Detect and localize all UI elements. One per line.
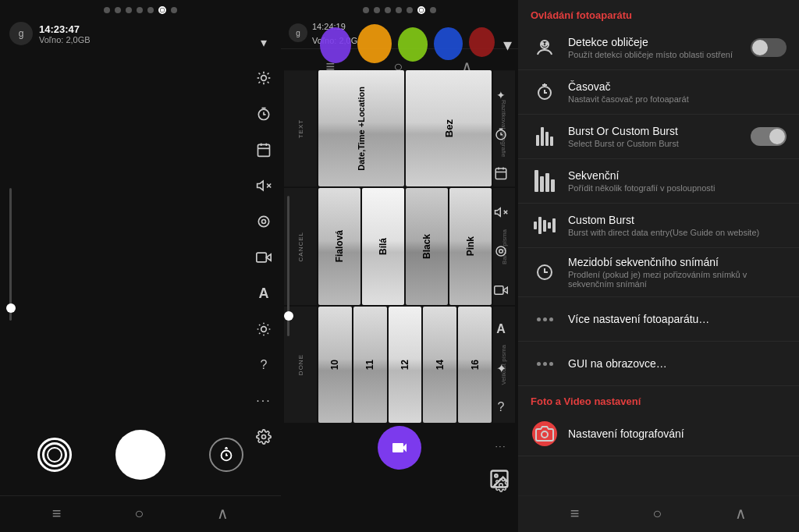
bubble-blue-dark[interactable] — [434, 27, 463, 60]
text-icon[interactable]: A — [253, 282, 275, 304]
focus-icon[interactable] — [253, 211, 275, 232]
settings-burst[interactable]: Burst Or Custom Burst Select Burst or Cu… — [518, 115, 799, 159]
chevron-middle[interactable]: ▾ — [503, 35, 512, 55]
mid-slider[interactable] — [287, 196, 289, 336]
dot-3 — [126, 7, 132, 13]
timer-title: Časovač — [568, 80, 787, 93]
face-detect-toggle[interactable] — [751, 38, 787, 57]
user-avatar: g — [9, 22, 33, 45]
sequential-title: Sekvenční — [568, 169, 787, 182]
settings-more[interactable]: Více nastavení fotoaparátu… — [518, 297, 799, 342]
picker-size-12[interactable]: 12 — [389, 307, 422, 423]
picker-bez-label: Bez — [443, 119, 455, 137]
svg-rect-20 — [257, 253, 267, 262]
dot-4 — [137, 7, 143, 13]
video-record-button[interactable] — [378, 426, 421, 470]
burst-text: Burst Or Custom Burst Select Burst or Cu… — [568, 125, 741, 148]
sequential-text: Sekvenční Pořídit několik fotografií v p… — [568, 169, 787, 193]
more-dots-icon[interactable]: ··· — [253, 390, 275, 412]
custom-burst-text: Custom Burst Burst with direct data entr… — [568, 214, 787, 237]
bubble-red-dark[interactable] — [469, 27, 495, 57]
face-detect-icon — [531, 34, 559, 62]
picker-date-loc[interactable]: Date,Time +Location — [318, 70, 404, 186]
text-action[interactable]: TEXT — [284, 70, 317, 186]
settings-interval[interactable]: Mezidobí sekvenčního snímání Prodlení (p… — [518, 248, 799, 297]
interval-text: Mezidobí sekvenčního snímání Prodlení (p… — [568, 256, 787, 289]
settings-face-detect[interactable]: Detekce obličeje Použít detekci obličeje… — [518, 26, 799, 70]
question-icon[interactable]: ? — [253, 354, 275, 376]
mdot-5 — [407, 7, 413, 13]
bubble-purple[interactable] — [320, 27, 351, 63]
picker-row-1: TEXT Date,Time +Location Bez Razítkovat … — [284, 70, 515, 186]
settings-gui[interactable]: GUI na obrazovce… — [518, 342, 799, 386]
settings-timer[interactable]: Časovač Nastavit časovač pro fotoaparát — [518, 70, 799, 115]
mid-vol-icon[interactable] — [490, 201, 512, 223]
svg-point-36 — [496, 246, 506, 256]
settings-icon[interactable] — [253, 426, 275, 448]
mid-question-icon[interactable]: ? — [490, 396, 512, 418]
settings-photo[interactable]: Nastavení fotografování — [518, 412, 799, 456]
right-back-button[interactable]: ∧ — [735, 504, 747, 523]
right-home-button[interactable]: ○ — [652, 505, 662, 523]
top-dots-middle — [281, 0, 518, 17]
volume-icon[interactable] — [253, 175, 275, 197]
svg-point-35 — [499, 250, 503, 254]
mid-more-icon[interactable]: ··· — [490, 435, 512, 457]
more-title: Více nastavení fotoaparátu… — [568, 313, 787, 325]
dot-5 — [147, 7, 154, 13]
picker-row-3: DONE 10 11 12 14 16 Velikost písma — [284, 307, 515, 423]
picker-bila[interactable]: Bílá — [362, 188, 404, 304]
back-button[interactable]: ∧ — [217, 504, 229, 523]
picker-size-14[interactable]: 14 — [423, 307, 456, 423]
home-button[interactable]: ○ — [134, 505, 144, 523]
svg-point-0 — [261, 76, 267, 81]
section-camera-title: Ovládání fotoaparátu — [518, 0, 799, 26]
toolbar-right: ▾ — [247, 23, 281, 456]
mid-brightness-icon[interactable]: ✦ — [490, 84, 512, 106]
photo-title: Nastavení fotografování — [568, 427, 787, 440]
timer-button[interactable] — [209, 438, 243, 472]
svg-point-42 — [542, 43, 544, 44]
status-bar-left: g 14:23:47 Voľno: 2,0GB — [0, 19, 281, 48]
mid-text-icon[interactable]: A — [490, 318, 512, 340]
interval-icon — [531, 258, 559, 286]
layers-button[interactable] — [37, 438, 72, 472]
mid-gallery-icon[interactable] — [488, 468, 510, 493]
chevron-down-icon[interactable]: ▾ — [253, 31, 275, 53]
panel-right: Ovládání fotoaparátu Detekce obličeje Po… — [518, 0, 799, 532]
picker-fialova[interactable]: Fialová — [318, 188, 360, 304]
calendar-icon[interactable] — [253, 139, 275, 161]
svg-point-21 — [261, 327, 267, 332]
settings-custom-burst[interactable]: Custom Burst Burst with direct data entr… — [518, 204, 799, 248]
capture-button[interactable] — [115, 430, 165, 480]
dot-7 — [171, 7, 177, 13]
mid-focus-icon[interactable] — [490, 240, 512, 262]
slider-track — [9, 188, 12, 321]
mid-calendar-icon[interactable] — [490, 162, 512, 184]
camera-mode-icon[interactable] — [253, 246, 275, 268]
custom-burst-desc: Burst with direct data entry(Use Guide o… — [568, 228, 787, 237]
menu-button[interactable]: ≡ — [52, 505, 62, 523]
bubble-yellow-green[interactable] — [398, 27, 428, 62]
panel-left: g 14:23:47 Voľno: 2,0GB ▾ — [0, 0, 281, 532]
dot-active — [158, 6, 166, 14]
color-bubbles — [320, 27, 495, 63]
brightness-icon[interactable] — [253, 67, 275, 89]
burst-toggle[interactable] — [751, 127, 787, 146]
picker-size-11[interactable]: 11 — [353, 307, 387, 423]
svg-line-7 — [259, 82, 261, 83]
picker-black[interactable]: Black — [406, 188, 448, 304]
mid-filter-icon[interactable]: ✦ — [490, 357, 512, 379]
mid-video-icon[interactable] — [490, 279, 512, 301]
filter-icon[interactable] — [253, 318, 275, 340]
timer-icon[interactable] — [253, 103, 275, 125]
right-menu-button[interactable]: ≡ — [570, 505, 580, 523]
settings-sequential[interactable]: Sekvenční Pořídit několik fotografií v p… — [518, 159, 799, 204]
picker-date-label: Date,Time +Location — [357, 87, 366, 171]
mid-timer-icon[interactable] — [490, 123, 512, 145]
picker-size-10[interactable]: 10 — [318, 307, 352, 423]
exposure-slider[interactable] — [9, 188, 12, 344]
mdot-7 — [430, 7, 436, 13]
bubble-orange[interactable] — [357, 24, 392, 63]
picker-bez[interactable]: Bez — [406, 70, 492, 186]
